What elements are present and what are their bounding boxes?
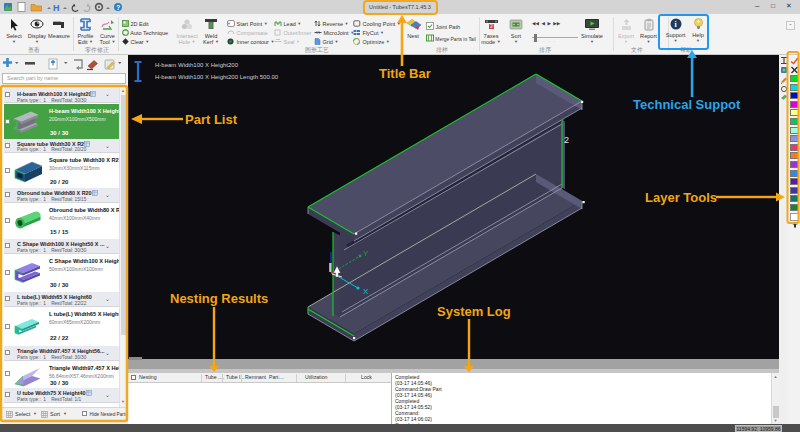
svg-text:2: 2 (564, 135, 569, 145)
svg-text:3!: 3! (489, 24, 493, 29)
svg-text:Y: Y (363, 249, 369, 258)
svg-text:H: H (53, 3, 60, 13)
svg-text:?: ? (116, 4, 120, 11)
svg-text:X: X (363, 287, 369, 296)
